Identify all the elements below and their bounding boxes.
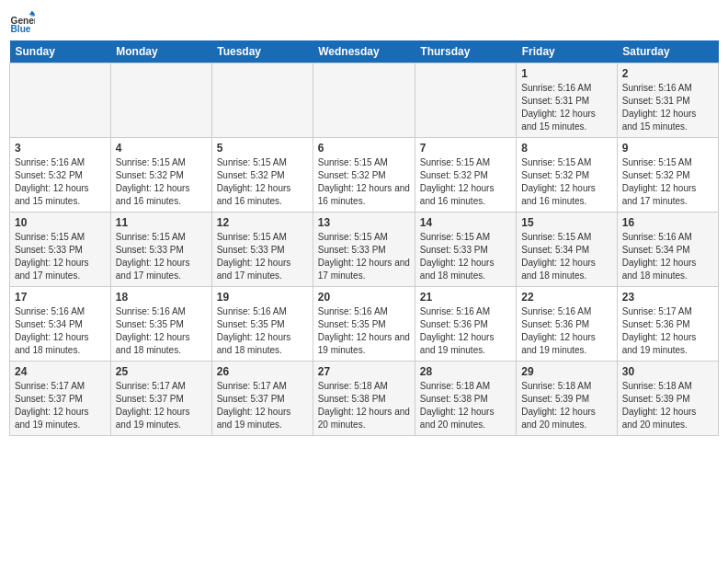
calendar-cell: 21Sunrise: 5:16 AM Sunset: 5:36 PM Dayli…	[415, 287, 516, 362]
day-detail: Sunrise: 5:18 AM Sunset: 5:39 PM Dayligh…	[521, 380, 612, 431]
calendar-cell: 17Sunrise: 5:16 AM Sunset: 5:34 PM Dayli…	[10, 287, 111, 362]
calendar-week-row: 17Sunrise: 5:16 AM Sunset: 5:34 PM Dayli…	[10, 287, 719, 362]
day-number: 10	[15, 216, 106, 229]
calendar-cell	[211, 63, 313, 138]
day-number: 20	[318, 291, 410, 304]
day-detail: Sunrise: 5:15 AM Sunset: 5:32 PM Dayligh…	[217, 156, 308, 208]
calendar-cell: 20Sunrise: 5:16 AM Sunset: 5:35 PM Dayli…	[313, 287, 415, 362]
day-detail: Sunrise: 5:18 AM Sunset: 5:38 PM Dayligh…	[318, 380, 410, 431]
calendar-table: SundayMondayTuesdayWednesdayThursdayFrid…	[9, 40, 719, 436]
calendar-cell: 2Sunrise: 5:16 AM Sunset: 5:31 PM Daylig…	[617, 63, 718, 138]
calendar-cell	[415, 63, 516, 138]
day-detail: Sunrise: 5:16 AM Sunset: 5:36 PM Dayligh…	[420, 305, 511, 357]
calendar-cell: 28Sunrise: 5:18 AM Sunset: 5:38 PM Dayli…	[415, 362, 516, 436]
day-detail: Sunrise: 5:15 AM Sunset: 5:32 PM Dayligh…	[318, 156, 410, 208]
day-number: 2	[622, 67, 713, 80]
day-number: 6	[318, 142, 410, 155]
day-detail: Sunrise: 5:15 AM Sunset: 5:33 PM Dayligh…	[420, 231, 511, 282]
weekday-header-wednesday: Wednesday	[313, 40, 415, 63]
calendar-cell: 10Sunrise: 5:15 AM Sunset: 5:33 PM Dayli…	[10, 213, 111, 287]
day-number: 30	[622, 365, 713, 378]
day-detail: Sunrise: 5:18 AM Sunset: 5:38 PM Dayligh…	[420, 380, 511, 431]
day-number: 29	[521, 365, 612, 378]
day-detail: Sunrise: 5:16 AM Sunset: 5:36 PM Dayligh…	[521, 305, 612, 357]
day-number: 17	[15, 291, 106, 304]
day-detail: Sunrise: 5:17 AM Sunset: 5:37 PM Dayligh…	[15, 380, 106, 431]
day-number: 13	[318, 216, 410, 229]
day-detail: Sunrise: 5:15 AM Sunset: 5:32 PM Dayligh…	[622, 156, 713, 208]
calendar-cell: 27Sunrise: 5:18 AM Sunset: 5:38 PM Dayli…	[313, 362, 415, 436]
svg-text:Blue: Blue	[11, 24, 31, 34]
day-number: 12	[217, 216, 308, 229]
day-number: 4	[116, 142, 207, 155]
weekday-header-friday: Friday	[517, 40, 618, 63]
day-number: 5	[217, 142, 308, 155]
calendar-cell: 5Sunrise: 5:15 AM Sunset: 5:32 PM Daylig…	[211, 138, 313, 213]
day-detail: Sunrise: 5:17 AM Sunset: 5:37 PM Dayligh…	[217, 380, 308, 431]
day-detail: Sunrise: 5:16 AM Sunset: 5:35 PM Dayligh…	[116, 305, 207, 357]
calendar-week-row: 3Sunrise: 5:16 AM Sunset: 5:32 PM Daylig…	[10, 138, 719, 213]
day-detail: Sunrise: 5:16 AM Sunset: 5:32 PM Dayligh…	[15, 156, 106, 208]
day-number: 8	[521, 142, 612, 155]
calendar-cell: 8Sunrise: 5:15 AM Sunset: 5:32 PM Daylig…	[517, 138, 618, 213]
calendar-cell: 29Sunrise: 5:18 AM Sunset: 5:39 PM Dayli…	[517, 362, 618, 436]
day-number: 27	[318, 365, 410, 378]
logo: General Blue	[9, 9, 39, 35]
day-number: 19	[217, 291, 308, 304]
weekday-header-row: SundayMondayTuesdayWednesdayThursdayFrid…	[10, 40, 719, 63]
calendar-cell: 11Sunrise: 5:15 AM Sunset: 5:33 PM Dayli…	[110, 213, 211, 287]
calendar-cell: 12Sunrise: 5:15 AM Sunset: 5:33 PM Dayli…	[211, 213, 313, 287]
day-number: 15	[521, 216, 612, 229]
calendar-cell: 24Sunrise: 5:17 AM Sunset: 5:37 PM Dayli…	[10, 362, 111, 436]
day-number: 9	[622, 142, 713, 155]
day-number: 21	[420, 291, 511, 304]
day-detail: Sunrise: 5:15 AM Sunset: 5:32 PM Dayligh…	[116, 156, 207, 208]
calendar-cell: 3Sunrise: 5:16 AM Sunset: 5:32 PM Daylig…	[10, 138, 111, 213]
calendar-cell: 25Sunrise: 5:17 AM Sunset: 5:37 PM Dayli…	[110, 362, 211, 436]
calendar-cell: 4Sunrise: 5:15 AM Sunset: 5:32 PM Daylig…	[110, 138, 211, 213]
day-number: 23	[622, 291, 713, 304]
day-number: 14	[420, 216, 511, 229]
weekday-header-monday: Monday	[110, 40, 211, 63]
calendar-cell: 1Sunrise: 5:16 AM Sunset: 5:31 PM Daylig…	[517, 63, 618, 138]
day-detail: Sunrise: 5:15 AM Sunset: 5:33 PM Dayligh…	[116, 231, 207, 282]
weekday-header-saturday: Saturday	[617, 40, 718, 63]
calendar-cell: 14Sunrise: 5:15 AM Sunset: 5:33 PM Dayli…	[415, 213, 516, 287]
day-number: 11	[116, 216, 207, 229]
calendar-cell: 18Sunrise: 5:16 AM Sunset: 5:35 PM Dayli…	[110, 287, 211, 362]
day-detail: Sunrise: 5:15 AM Sunset: 5:32 PM Dayligh…	[521, 156, 612, 208]
day-number: 18	[116, 291, 207, 304]
page-header: General Blue	[9, 9, 719, 35]
calendar-cell: 15Sunrise: 5:15 AM Sunset: 5:34 PM Dayli…	[517, 213, 618, 287]
calendar-cell: 19Sunrise: 5:16 AM Sunset: 5:35 PM Dayli…	[211, 287, 313, 362]
day-number: 1	[521, 67, 612, 80]
calendar-cell: 30Sunrise: 5:18 AM Sunset: 5:39 PM Dayli…	[617, 362, 718, 436]
day-detail: Sunrise: 5:16 AM Sunset: 5:35 PM Dayligh…	[217, 305, 308, 357]
calendar-cell: 23Sunrise: 5:17 AM Sunset: 5:36 PM Dayli…	[617, 287, 718, 362]
day-detail: Sunrise: 5:16 AM Sunset: 5:31 PM Dayligh…	[622, 82, 713, 133]
calendar-cell	[10, 63, 111, 138]
logo-icon: General Blue	[9, 9, 35, 35]
day-detail: Sunrise: 5:15 AM Sunset: 5:32 PM Dayligh…	[420, 156, 511, 208]
calendar-cell: 9Sunrise: 5:15 AM Sunset: 5:32 PM Daylig…	[617, 138, 718, 213]
day-detail: Sunrise: 5:16 AM Sunset: 5:35 PM Dayligh…	[318, 305, 410, 357]
calendar-cell: 13Sunrise: 5:15 AM Sunset: 5:33 PM Dayli…	[313, 213, 415, 287]
day-number: 26	[217, 365, 308, 378]
day-number: 16	[622, 216, 713, 229]
day-detail: Sunrise: 5:16 AM Sunset: 5:34 PM Dayligh…	[15, 305, 106, 357]
day-detail: Sunrise: 5:15 AM Sunset: 5:33 PM Dayligh…	[217, 231, 308, 282]
calendar-cell: 6Sunrise: 5:15 AM Sunset: 5:32 PM Daylig…	[313, 138, 415, 213]
day-detail: Sunrise: 5:15 AM Sunset: 5:34 PM Dayligh…	[521, 231, 612, 282]
day-detail: Sunrise: 5:16 AM Sunset: 5:31 PM Dayligh…	[521, 82, 612, 133]
calendar-week-row: 1Sunrise: 5:16 AM Sunset: 5:31 PM Daylig…	[10, 63, 719, 138]
calendar-cell	[313, 63, 415, 138]
calendar-cell: 26Sunrise: 5:17 AM Sunset: 5:37 PM Dayli…	[211, 362, 313, 436]
day-number: 24	[15, 365, 106, 378]
day-number: 3	[15, 142, 106, 155]
day-detail: Sunrise: 5:17 AM Sunset: 5:36 PM Dayligh…	[622, 305, 713, 357]
day-detail: Sunrise: 5:15 AM Sunset: 5:33 PM Dayligh…	[318, 231, 410, 282]
day-detail: Sunrise: 5:16 AM Sunset: 5:34 PM Dayligh…	[622, 231, 713, 282]
calendar-cell	[110, 63, 211, 138]
day-number: 25	[116, 365, 207, 378]
calendar-week-row: 10Sunrise: 5:15 AM Sunset: 5:33 PM Dayli…	[10, 213, 719, 287]
